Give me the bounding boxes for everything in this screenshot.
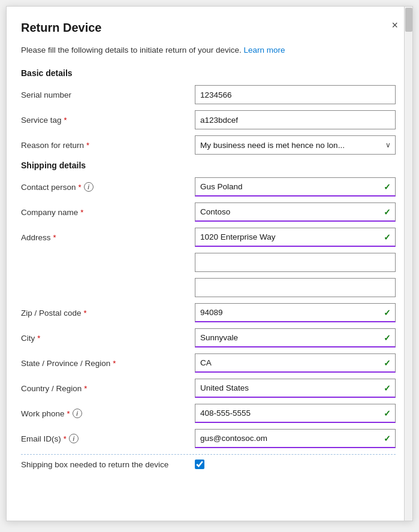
company-check-icon: ✓ <box>384 207 391 217</box>
reason-label: Reason for return * <box>21 141 195 150</box>
address-input-wrapper: ✓ <box>195 228 396 247</box>
email-label: Email ID(s) * i <box>21 434 195 443</box>
contact-person-input-wrapper: ✓ <box>195 177 396 197</box>
zip-required: * <box>84 309 87 318</box>
company-required: * <box>80 208 83 217</box>
reason-row: Reason for return * My business need is … <box>21 135 396 155</box>
work-phone-info-icon[interactable]: i <box>73 409 82 418</box>
address3-row <box>21 278 396 297</box>
state-input[interactable] <box>195 353 396 373</box>
contact-check-icon: ✓ <box>384 182 391 192</box>
zip-check-icon: ✓ <box>384 308 391 318</box>
zip-input-wrapper: ✓ <box>195 303 396 322</box>
dialog-title: Return Device <box>21 21 396 35</box>
state-required: * <box>113 359 116 368</box>
email-check-icon: ✓ <box>384 434 391 443</box>
work-phone-row: Work phone * i ✓ <box>21 404 396 423</box>
service-tag-label: Service tag * <box>21 116 195 125</box>
shipping-box-checkbox[interactable] <box>195 460 204 469</box>
email-required: * <box>64 434 67 443</box>
address2-input[interactable] <box>195 253 396 272</box>
email-row: Email ID(s) * i ✓ <box>21 429 396 448</box>
state-row: State / Province / Region * ✓ <box>21 353 396 373</box>
zip-row: Zip / Postal code * ✓ <box>21 303 396 322</box>
contact-info-icon[interactable]: i <box>84 182 94 192</box>
work-phone-label: Work phone * i <box>21 409 195 418</box>
contact-person-label: Contact person * i <box>21 182 195 192</box>
city-input-wrapper: ✓ <box>195 328 396 347</box>
serial-number-label: Serial number <box>21 90 195 99</box>
contact-required: * <box>79 183 82 192</box>
country-input[interactable] <box>195 379 396 398</box>
work-phone-check-icon: ✓ <box>384 409 391 418</box>
address3-input[interactable] <box>195 278 396 297</box>
return-device-dialog: × Return Device Please fill the followin… <box>6 6 413 521</box>
zip-input[interactable] <box>195 303 396 322</box>
learn-more-link[interactable]: Learn more <box>243 46 285 55</box>
company-name-row: Company name * ✓ <box>21 202 396 222</box>
country-required: * <box>84 384 87 393</box>
address-row: Address * ✓ <box>21 228 396 247</box>
email-input-wrapper: ✓ <box>195 429 396 448</box>
address-required: * <box>53 233 56 242</box>
address-check-icon: ✓ <box>384 232 391 242</box>
serial-number-input[interactable] <box>195 85 396 104</box>
zip-label: Zip / Postal code * <box>21 309 195 318</box>
state-label: State / Province / Region * <box>21 359 195 368</box>
basic-details-section-title: Basic details <box>21 68 396 78</box>
contact-person-row: Contact person * i ✓ <box>21 177 396 197</box>
country-row: Country / Region * ✓ <box>21 379 396 398</box>
address-label: Address * <box>21 233 195 242</box>
contact-person-input[interactable] <box>195 177 396 197</box>
work-phone-required: * <box>67 409 70 418</box>
company-name-label: Company name * <box>21 208 195 217</box>
dialog-description: Please fill the following details to ini… <box>21 44 396 56</box>
city-required: * <box>37 334 40 343</box>
address-input[interactable] <box>195 228 396 247</box>
scrollbar-thumb <box>405 8 412 32</box>
reason-required: * <box>86 141 89 150</box>
state-check-icon: ✓ <box>384 358 391 368</box>
company-name-input-wrapper: ✓ <box>195 202 396 222</box>
shipping-box-row: Shipping box needed to return the device <box>21 454 396 469</box>
scrollbar[interactable] <box>404 7 412 521</box>
address2-row <box>21 253 396 272</box>
city-input[interactable] <box>195 328 396 347</box>
shipping-box-checkbox-wrapper <box>195 460 204 469</box>
country-check-icon: ✓ <box>384 383 391 393</box>
service-tag-input[interactable] <box>195 110 396 129</box>
shipping-details-section-title: Shipping details <box>21 161 396 170</box>
service-tag-row: Service tag * <box>21 110 396 129</box>
serial-number-row: Serial number <box>21 85 396 104</box>
reason-dropdown-wrapper: My business need is met hence no lon... … <box>195 135 396 155</box>
email-input[interactable] <box>195 429 396 448</box>
state-input-wrapper: ✓ <box>195 353 396 373</box>
city-check-icon: ✓ <box>384 333 391 343</box>
close-button[interactable]: × <box>389 19 400 32</box>
work-phone-input[interactable] <box>195 404 396 423</box>
service-tag-required: * <box>64 116 67 125</box>
city-row: City * ✓ <box>21 328 396 347</box>
country-label: Country / Region * <box>21 384 195 393</box>
company-name-input[interactable] <box>195 202 396 222</box>
work-phone-input-wrapper: ✓ <box>195 404 396 423</box>
reason-dropdown[interactable]: My business need is met hence no lon... <box>195 135 396 155</box>
city-label: City * <box>21 334 195 343</box>
shipping-box-label: Shipping box needed to return the device <box>21 460 195 469</box>
email-info-icon[interactable]: i <box>69 434 79 443</box>
country-input-wrapper: ✓ <box>195 379 396 398</box>
